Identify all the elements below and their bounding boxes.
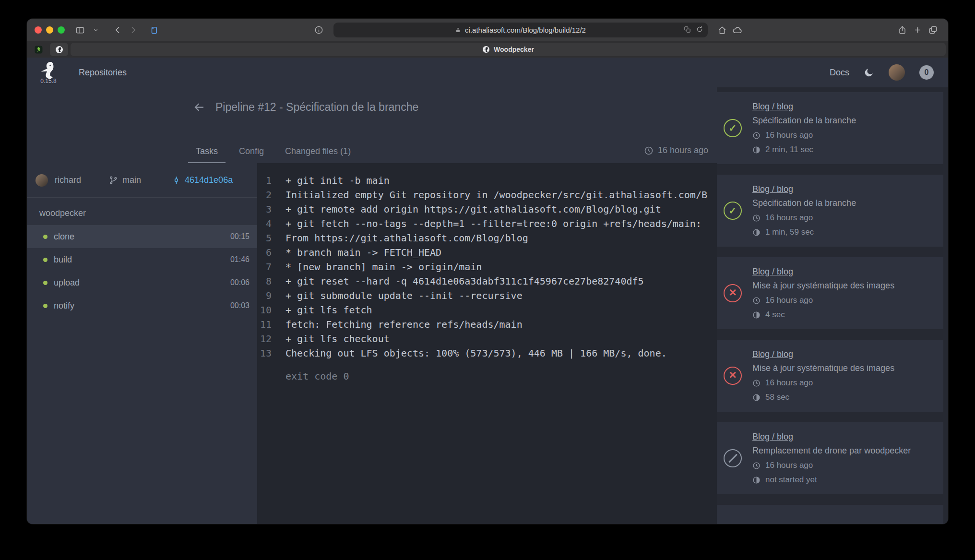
pipeline-main: Pipeline #12 - Spécification de la branc… [27, 87, 717, 524]
chevron-down-icon[interactable] [88, 23, 103, 38]
reload-icon[interactable] [696, 25, 703, 35]
clock-icon [752, 214, 761, 222]
app-navbar: 0.15.8 Repositories Docs 0 [27, 58, 948, 87]
zoom-window-button[interactable] [58, 26, 65, 34]
nav-docs-link[interactable]: Docs [830, 68, 849, 78]
back-button[interactable] [110, 23, 125, 38]
task-row-clone[interactable]: clone 00:15 [27, 225, 257, 248]
pinned-tab-1[interactable] [29, 43, 48, 56]
build-time-row: 16 hours ago [752, 131, 937, 140]
line-number: 8 [257, 274, 272, 288]
build-time-row: 16 hours ago [752, 213, 937, 223]
home-icon[interactable] [714, 23, 730, 38]
notification-badge[interactable]: 0 [919, 65, 934, 80]
task-duration: 00:06 [230, 278, 250, 287]
line-number: 1 [257, 173, 272, 188]
line-text: + git fetch --no-tags --depth=1 --filter… [285, 216, 717, 231]
line-number: 2 [257, 188, 272, 202]
sidebar-toggle-icon[interactable] [72, 23, 88, 38]
back-arrow-icon[interactable] [193, 101, 206, 114]
reading-list-icon[interactable] [146, 23, 162, 38]
pipeline-time: 16 hours ago [644, 145, 708, 163]
build-card[interactable]: Blog / blog Remplacement de drone par wo… [717, 422, 943, 494]
dark-mode-toggle-icon[interactable] [864, 67, 874, 78]
tab-overview-icon[interactable] [925, 23, 940, 38]
active-tab[interactable]: Woodpecker [71, 43, 946, 56]
task-row-build[interactable]: build 01:46 [27, 248, 257, 271]
woodpecker-favicon [482, 46, 490, 53]
forward-button[interactable] [125, 23, 141, 38]
minimize-window-button[interactable] [46, 26, 53, 34]
nav-repositories-link[interactable]: Repositories [79, 68, 127, 78]
commit-link[interactable]: 4614d1e06a [172, 175, 233, 185]
build-card[interactable]: Blog / blog [717, 505, 943, 524]
line-number: 4 [257, 216, 272, 231]
build-message: Remplacement de drone par woodpecker [752, 446, 937, 456]
safari-toolbar: ci.athaliasoft.com/Blog/blog/build/12/2 [27, 19, 948, 41]
console-line: 6* branch main -> FETCH_HEAD [257, 245, 717, 260]
tab-changed-files[interactable]: Changed files (1) [274, 141, 361, 163]
active-tab-title: Woodpecker [494, 46, 534, 53]
traffic-lights [35, 26, 65, 34]
build-repo-link[interactable]: Blog / blog [752, 349, 793, 359]
branch-info: main [109, 175, 141, 185]
build-duration: 4 sec [765, 310, 785, 320]
cloud-icon[interactable] [730, 23, 745, 38]
line-text: + git init -b main [285, 173, 717, 188]
line-text: + git submodule update --init --recursiv… [285, 288, 717, 303]
commit-hash: 4614d1e06a [185, 175, 233, 185]
status-dot-icon [43, 258, 48, 262]
build-time: 16 hours ago [765, 461, 813, 470]
woodpecker-bird-icon [39, 61, 58, 79]
build-message: Spécification de la branche [752, 116, 937, 126]
status-dot-icon [43, 304, 48, 308]
duration-icon [752, 311, 761, 319]
lock-icon [455, 26, 461, 34]
pinned-tab-2[interactable] [50, 43, 68, 56]
duration-icon [752, 476, 761, 484]
build-card[interactable]: Blog / blog Mise à jour systématique des… [717, 340, 943, 412]
user-avatar[interactable] [889, 64, 905, 81]
console-line: 2Initialized empty Git repository in /wo… [257, 188, 717, 202]
build-repo-link[interactable]: Blog / blog [752, 432, 793, 442]
close-window-button[interactable] [35, 26, 42, 34]
status-failure-icon [724, 284, 742, 302]
task-name: notify [54, 301, 74, 311]
commit-icon [172, 176, 181, 185]
build-duration: 1 min, 59 sec [765, 227, 814, 237]
task-row-notify[interactable]: notify 00:03 [27, 294, 257, 317]
build-message: Mise à jour systématique des images [752, 281, 937, 291]
build-time-row: 16 hours ago [752, 296, 937, 305]
build-time-row: 16 hours ago [752, 461, 937, 470]
pipeline-time-label: 16 hours ago [658, 145, 708, 155]
line-text: + git lfs checkout [285, 332, 717, 346]
task-row-upload[interactable]: upload 00:06 [27, 271, 257, 294]
line-text: * branch main -> FETCH_HEAD [285, 245, 717, 260]
build-card[interactable]: Blog / blog Spécification de la branche … [717, 175, 943, 247]
clock-icon [752, 462, 761, 470]
status-dot-icon [43, 235, 48, 239]
share-icon[interactable] [894, 23, 910, 38]
line-text: + git remote add origin https://git.atha… [285, 202, 717, 216]
task-duration: 00:15 [230, 232, 250, 241]
build-card[interactable]: Blog / blog Mise à jour systématique des… [717, 257, 943, 329]
console-line: 5From https://git.athaliasoft.com/Blog/b… [257, 231, 717, 245]
info-icon[interactable] [311, 23, 327, 38]
duration-icon [752, 228, 761, 237]
build-repo-link[interactable]: Blog / blog [752, 267, 793, 277]
tab-config[interactable]: Config [228, 141, 274, 163]
new-tab-icon[interactable] [910, 23, 925, 38]
build-repo-link[interactable]: Blog / blog [752, 102, 793, 112]
translate-icon[interactable] [684, 26, 691, 35]
build-card[interactable]: Blog / blog Spécification de la branche … [717, 92, 943, 164]
pinned-tab-2-favicon [55, 46, 63, 54]
address-bar[interactable]: ci.athaliasoft.com/Blog/blog/build/12/2 [333, 23, 708, 37]
woodpecker-logo[interactable]: 0.15.8 [39, 61, 58, 84]
task-group-label: woodpecker [27, 198, 257, 225]
tab-tasks[interactable]: Tasks [185, 141, 228, 163]
status-success-icon [724, 202, 742, 220]
author-avatar [36, 174, 48, 187]
build-duration: 58 sec [765, 393, 789, 402]
build-duration-row: 58 sec [752, 393, 937, 402]
build-repo-link[interactable]: Blog / blog [752, 184, 793, 194]
